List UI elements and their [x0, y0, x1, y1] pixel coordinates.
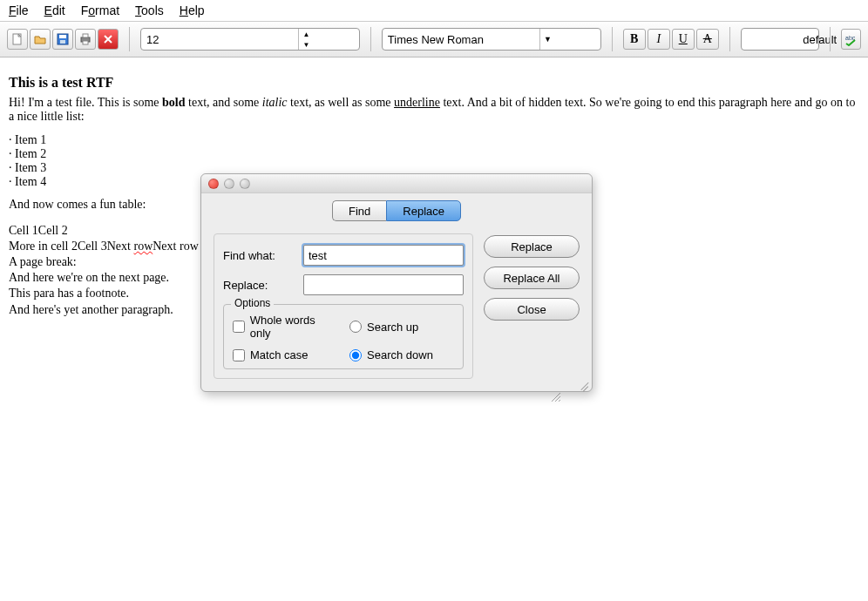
print-button[interactable]: [75, 29, 96, 50]
options-fieldset: Options Whole words only Search up Match…: [223, 304, 464, 369]
open-button[interactable]: [30, 29, 51, 50]
options-legend: Options: [231, 297, 274, 309]
dialog-tabs: Find Replace: [201, 193, 592, 221]
find-replace-dialog: Find Replace Find what: Replace: Options…: [200, 173, 593, 392]
toolbar: ▲▼ ▼ B I U A ▲▼ abc: [0, 21, 868, 57]
save-button[interactable]: [52, 29, 73, 50]
doc-intro: Hi! I'm a test file. This is some bold t…: [9, 96, 859, 124]
search-up-radio[interactable]: [349, 321, 362, 333]
font-name-combo[interactable]: ▼: [382, 28, 601, 51]
underline-button[interactable]: U: [672, 29, 695, 50]
svg-rect-6: [83, 41, 88, 44]
menu-file[interactable]: File: [9, 3, 29, 17]
match-case-checkbox[interactable]: [233, 349, 245, 361]
find-what-label: Find what:: [223, 249, 295, 262]
find-what-input[interactable]: [303, 245, 464, 266]
style-combo[interactable]: ▲▼: [741, 28, 819, 51]
replace-input[interactable]: [303, 274, 464, 295]
list-item: Item 2: [9, 147, 859, 161]
font-size-stepper[interactable]: ▲▼: [298, 29, 314, 50]
font-size-input[interactable]: [141, 29, 298, 50]
svg-line-10: [559, 400, 560, 402]
search-down-option[interactable]: Search down: [349, 348, 454, 361]
replace-button[interactable]: Replace: [484, 235, 580, 258]
search-down-radio[interactable]: [349, 349, 362, 361]
menu-tools[interactable]: Tools: [135, 3, 164, 17]
spellcheck-button[interactable]: abc: [841, 29, 861, 50]
tab-replace[interactable]: Replace: [386, 200, 461, 221]
svg-rect-3: [60, 40, 65, 44]
window-minimize-icon[interactable]: [224, 179, 234, 189]
menu-help[interactable]: Help: [180, 3, 205, 17]
window-close-icon[interactable]: [208, 179, 219, 189]
svg-rect-5: [83, 34, 88, 37]
window-zoom-icon[interactable]: [240, 179, 250, 189]
menu-edit[interactable]: Edit: [44, 3, 65, 17]
close-button[interactable]: Close: [484, 298, 580, 321]
replace-label: Replace:: [223, 279, 295, 292]
font-name-dropdown-icon[interactable]: ▼: [539, 29, 555, 50]
replace-all-button[interactable]: Replace All: [484, 267, 580, 289]
bold-button[interactable]: B: [623, 29, 646, 50]
doc-title: This is a test RTF: [9, 75, 859, 91]
whole-words-option[interactable]: Whole words only: [233, 314, 337, 340]
match-case-option[interactable]: Match case: [233, 348, 337, 361]
close-doc-button[interactable]: [98, 29, 119, 50]
whole-words-checkbox[interactable]: [233, 321, 245, 333]
menu-format[interactable]: Format: [81, 3, 119, 17]
strike-button[interactable]: A: [696, 29, 719, 50]
search-up-option[interactable]: Search up: [349, 314, 454, 340]
menubar: File Edit Format Tools Help: [0, 0, 868, 21]
font-size-combo[interactable]: ▲▼: [140, 28, 360, 51]
svg-rect-2: [59, 35, 66, 38]
new-doc-button[interactable]: [7, 29, 28, 50]
dialog-titlebar[interactable]: [201, 174, 592, 193]
font-name-input[interactable]: [383, 29, 539, 50]
textarea-resize-grip[interactable]: [549, 390, 561, 402]
dialog-resize-grip[interactable]: [580, 379, 590, 389]
tab-find[interactable]: Find: [332, 200, 386, 221]
italic-button[interactable]: I: [648, 29, 670, 50]
list-item: Item 1: [9, 133, 859, 147]
